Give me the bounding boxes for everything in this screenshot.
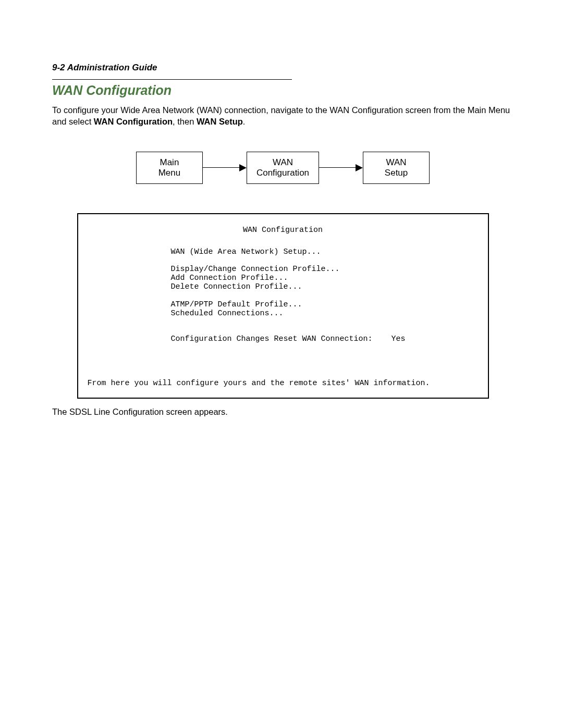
terminal-line: Add Connection Profile...	[171, 274, 479, 282]
breadcrumb-box-wan-setup: WAN Setup	[363, 152, 430, 184]
intro-paragraph: To configure your Wide Area Network (WAN…	[52, 104, 513, 128]
intro-bold-2: WAN Setup	[197, 117, 243, 126]
document-page: 9-2 Administration Guide WAN Configurati…	[0, 0, 563, 728]
breadcrumb-label: WAN	[256, 157, 309, 168]
page-header: 9-2 Administration Guide	[52, 63, 513, 73]
section-title: WAN Configuration	[52, 83, 513, 98]
intro-bold-1: WAN Configuration	[94, 117, 173, 126]
breadcrumb-label: WAN	[373, 157, 420, 168]
breadcrumb-diagram: Main Menu WAN Configuration WAN Setup	[52, 152, 513, 184]
intro-text-post: .	[243, 117, 246, 126]
terminal-line: Delete Connection Profile...	[171, 282, 479, 291]
intro-text-mid: , then	[173, 117, 197, 126]
breadcrumb-box-wan-configuration: WAN Configuration	[247, 152, 319, 184]
terminal-line: Scheduled Connections...	[171, 309, 479, 318]
breadcrumb-label: Main	[146, 157, 193, 168]
breadcrumb-label: Setup	[373, 168, 420, 178]
arrow-icon	[203, 164, 247, 171]
header-divider	[52, 79, 292, 80]
arrow-icon	[319, 164, 363, 171]
terminal-footer: From here you will configure yours and t…	[88, 379, 479, 388]
terminal-title: WAN Configuration	[88, 226, 479, 235]
terminal-line: ATMP/PPTP Default Profile...	[171, 300, 479, 309]
after-paragraph: The SDSL Line Configuration screen appea…	[52, 407, 513, 417]
terminal-line: Display/Change Connection Profile...	[171, 265, 479, 274]
breadcrumb-label: Menu	[146, 168, 193, 178]
terminal-screen: WAN Configuration WAN (Wide Area Network…	[77, 213, 489, 398]
terminal-line: Configuration Changes Reset WAN Connecti…	[171, 335, 479, 343]
breadcrumb-label: Configuration	[256, 168, 309, 178]
breadcrumb-box-main-menu: Main Menu	[136, 152, 203, 184]
terminal-line: WAN (Wide Area Network) Setup...	[171, 248, 479, 256]
